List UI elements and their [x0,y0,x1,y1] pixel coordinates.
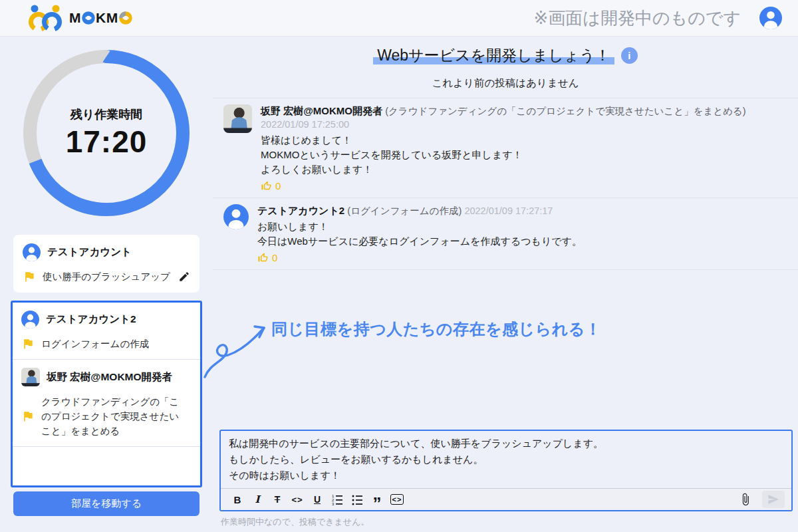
italic-button[interactable]: I [247,491,267,508]
attach-file-button[interactable] [735,491,755,508]
sidebar: 残り作業時間 17:20 テストアカウント 使い勝手のブラッシュアップ [0,37,213,532]
post-author: 坂野 宏樹@MOKMO開発者 [261,105,382,116]
logo-letter: M [106,10,118,26]
post-author-goal: (クラウドファンディングの「このプロジェクトで実現させたいこと」をまとめる) [385,106,746,116]
edit-goal-button[interactable] [178,271,190,283]
ordered-list-button[interactable]: 1 2 3 [327,491,347,508]
format-toolbar: B I T <> U 1 2 3 [221,488,791,510]
send-icon [767,493,779,505]
mokmo-logo: M K M [24,3,133,33]
svg-text:3: 3 [332,502,334,505]
bullet-list-icon [351,493,363,505]
message-input[interactable]: 私は開発中のサービスの主要部分について、使い勝手をブラッシュアップします。 もし… [221,431,791,488]
member-name: テストアカウント2 [46,313,136,327]
other-members-panel: テストアカウント2 ログインフォームの作成 [11,301,202,487]
member-name: テストアカウント [47,245,132,259]
user-avatar-icon [223,204,249,229]
like-button[interactable]: 0 [257,252,277,263]
post-author-goal: (ログインフォームの作成) [347,205,462,216]
timer-remaining: 17:20 [66,124,148,160]
code-block-button[interactable]: <> [387,491,407,508]
like-count: 0 [275,180,281,192]
ordered-list-icon: 1 2 3 [331,493,343,505]
work-timer: 残り作業時間 17:20 [23,50,190,216]
post-author: テストアカウント2 [257,205,344,216]
post-body: お願いします！ 今日はWebサービスに必要なログインフォームを作成するつもりです… [257,219,787,249]
bullet-list-button[interactable] [347,491,367,508]
move-room-button[interactable]: 部屋を移動する [13,491,200,516]
send-button[interactable] [762,491,785,508]
composer: 私は開発中のサービスの主要部分について、使い勝手をブラッシュアップします。 もし… [219,430,793,528]
edit-pencil-icon [178,271,190,283]
dev-notice-text: ※画面は開発中のものです [534,7,741,30]
timer-label: 残り作業時間 [70,106,142,122]
flag-icon [21,337,35,350]
flag-icon [23,270,36,283]
inline-code-icon: <> [291,495,303,505]
like-count: 0 [272,252,277,263]
user-avatar-icon [21,311,39,329]
underline-icon: U [314,494,321,505]
code-block-icon: <> [390,494,404,505]
thumbs-up-icon [257,252,269,263]
post-body: 皆様はじめまして！ MOKMOというサービスを開発している坂野と申します！ よろ… [261,133,787,177]
bold-button[interactable]: B [227,491,247,508]
photo-avatar [223,104,252,133]
photo-avatar [21,368,40,386]
thumbs-up-icon [261,180,272,192]
mokmo-wordmark: M K M [69,10,133,26]
user-avatar-icon [23,243,41,261]
like-button[interactable]: 0 [261,180,281,192]
post-feed[interactable]: 坂野 宏樹@MOKMO開発者 (クラウドファンディングの「このプロジェクトで実現… [213,98,798,270]
member-goal: ログインフォームの作成 [41,336,149,351]
logo-letter: M [69,10,81,26]
empty-member-slot [13,447,200,485]
logo-o-timer-yellow-icon [119,11,132,25]
no-earlier-posts-text: これより前の投稿はありません [213,76,798,90]
blockquote-button[interactable]: ” [367,491,387,508]
member-card[interactable]: テストアカウント2 ログインフォームの作成 [13,303,200,359]
post-row: 坂野 宏樹@MOKMO開発者 (クラウドファンディングの「このプロジェクトで実現… [213,98,798,198]
post-timestamp: 2022/01/09 17:25:00 [261,119,349,130]
member-card[interactable]: 坂野 宏樹@MOKMO開発者 クラウドファンディングの「このプロジェクトで実現さ… [13,360,200,446]
inline-code-button[interactable]: <> [287,491,307,508]
posting-disabled-note: 作業時間中なので、投稿できません。 [219,516,793,528]
post-timestamp: 2022/01/09 17:27:17 [464,205,553,216]
logo-o-timer-blue-icon [82,11,95,25]
self-member-card: テストアカウント 使い勝手のブラッシュアップ [13,235,200,293]
strikethrough-button[interactable]: T [267,491,287,508]
blockquote-icon: ” [373,501,382,506]
flag-icon [21,410,35,423]
account-avatar-icon[interactable] [759,7,782,29]
italic-icon: I [255,493,259,505]
paperclip-icon [739,493,752,506]
member-name: 坂野 宏樹@MOKMO開発者 [47,370,172,384]
annotation-text: 同じ目標を持つ人たちの存在を感じられる！ [271,319,601,340]
underline-button[interactable]: U [307,491,327,508]
room-title: Webサービスを開発しましょう！ [373,45,614,66]
info-icon[interactable]: i [621,47,638,64]
member-goal: 使い勝手のブラッシュアップ [43,269,170,284]
strikethrough-icon: T [275,494,281,505]
member-goal: クラウドファンディングの「このプロジェクトで実現させたいこと」をまとめる [41,394,186,438]
logo-letter: K [96,10,106,26]
app-header: M K M ※画面は開発中のものです [0,0,798,37]
room-main: Webサービスを開発しましょう！ i これより前の投稿はありません 坂野 宏樹@… [213,37,798,532]
post-row: テストアカウント2 (ログインフォームの作成) 2022/01/09 17:27… [213,198,798,270]
bold-icon: B [234,494,241,505]
mokmo-logo-mark [24,3,66,33]
